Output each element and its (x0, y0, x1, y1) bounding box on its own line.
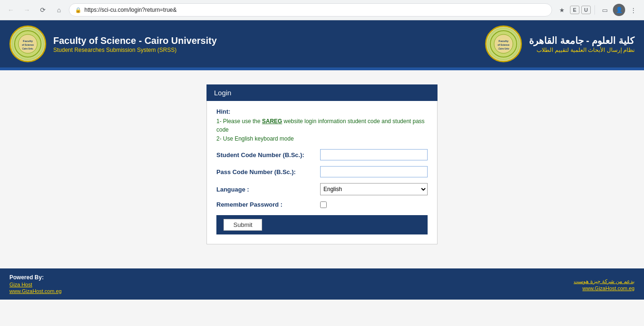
site-subtitle-ar: نظام إرسال الأبحاث العلمية لتقييم الطلاب (529, 47, 635, 53)
login-title: Login (214, 89, 231, 97)
menu-button[interactable]: ⋮ (627, 4, 639, 16)
remember-row: Remember Password : (216, 201, 428, 208)
svg-text:of Science: of Science (498, 43, 510, 46)
header-text-right: كلية العلوم - جامعة القاهرة نظام إرسال ا… (529, 34, 635, 53)
pass-code-input[interactable] (320, 166, 428, 177)
svg-text:Cairo Univ.: Cairo Univ. (22, 48, 33, 50)
grey-area (0, 300, 644, 326)
svg-text:of Science: of Science (22, 43, 33, 46)
home-button[interactable]: ⌂ (53, 4, 65, 16)
page-wrapper: Faculty of Science Cairo Univ. Faculty o… (0, 20, 644, 326)
student-code-label: Student Code Number (B.Sc.): (216, 151, 320, 159)
profile-button[interactable]: 👤 (613, 4, 625, 16)
header-text-left: Faculty of Science - Cairo University St… (53, 34, 217, 53)
logo-right-inner: Faculty of Science Cairo Univ. (487, 27, 520, 60)
powered-by-text: Powered By: (9, 274, 44, 281)
login-body: Hint: 1- Please use the SAREG website lo… (206, 101, 438, 244)
address-bar[interactable]: 🔒 https://sci-cu.com/login?return=true& (69, 3, 552, 17)
student-code-input[interactable] (320, 149, 428, 160)
remember-label: Remember Password : (216, 201, 320, 208)
browser-chrome: ← → ⟳ ⌂ 🔒 https://sci-cu.com/login?retur… (0, 0, 644, 20)
submit-button[interactable]: Submit (223, 219, 262, 231)
browser-toolbar: ← → ⟳ ⌂ 🔒 https://sci-cu.com/login?retur… (0, 0, 644, 20)
refresh-button[interactable]: ⟳ (37, 4, 49, 16)
back-button[interactable]: ← (5, 4, 17, 16)
submit-bar: Submit (216, 215, 428, 234)
footer-powered-by: Powered By: Giza Host (9, 274, 62, 287)
svg-text:Faculty: Faculty (23, 40, 33, 42)
footer-right: بدعم من شركة جيزة هوست www.GizaHost.com.… (574, 277, 635, 291)
extension-u-button[interactable]: U (581, 6, 591, 14)
logo-left: Faculty of Science Cairo Univ. (9, 25, 46, 62)
url-display: https://sci-cu.com/login?return=true& (84, 7, 546, 13)
site-footer: Powered By: Giza Host www.GizaHost.com.e… (0, 268, 644, 300)
header-left: Faculty of Science Cairo Univ. Faculty o… (9, 25, 217, 62)
logo-right: Faculty of Science Cairo Univ. (485, 25, 522, 62)
footer-left: Powered By: Giza Host www.GizaHost.com.e… (9, 274, 62, 294)
toolbar-divider (594, 5, 595, 15)
giza-host-link[interactable]: Giza Host (9, 282, 62, 287)
language-label: Language : (216, 186, 320, 193)
extension-e-button[interactable]: E (570, 6, 579, 14)
site-title-en: Faculty of Science - Cairo University (53, 34, 217, 47)
hint-text-1: 1- Please use the SAREG website login in… (216, 117, 428, 134)
main-content: Login Hint: 1- Please use the SAREG webs… (0, 70, 644, 268)
toolbar-right: ★ E U ▭ 👤 ⋮ (556, 4, 639, 16)
language-select[interactable]: English Arabic (320, 183, 428, 195)
logo-left-inner: Faculty of Science Cairo Univ. (11, 27, 44, 60)
student-code-row: Student Code Number (B.Sc.): (216, 149, 428, 160)
site-subtitle-en: Student Researches Submission System (SR… (53, 47, 217, 53)
hint-label: Hint: (216, 108, 428, 115)
site-header: Faculty of Science Cairo Univ. Faculty o… (0, 20, 644, 67)
svg-text:Cairo Univ.: Cairo Univ. (498, 48, 509, 50)
pass-code-label: Pass Code Number (B.Sc.): (216, 168, 320, 176)
remember-checkbox[interactable] (320, 201, 327, 208)
giza-url-link[interactable]: www.GizaHost.com.eg (9, 288, 62, 294)
hint-text-2: 2- Use English keyboard mode (216, 135, 428, 142)
login-box: Login Hint: 1- Please use the SAREG webs… (206, 84, 438, 254)
header-right: كلية العلوم - جامعة القاهرة نظام إرسال ا… (485, 25, 635, 62)
svg-text:Faculty: Faculty (499, 40, 509, 42)
site-title-ar: كلية العلوم - جامعة القاهرة (529, 34, 635, 47)
forward-button[interactable]: → (21, 4, 33, 16)
lock-icon: 🔒 (75, 7, 82, 13)
giza-host-link-ar[interactable]: بدعم من شركة جيزة هوست (574, 278, 635, 284)
bookmark-button[interactable]: ★ (556, 4, 568, 16)
cast-button[interactable]: ▭ (599, 4, 611, 16)
sareg-link[interactable]: SAREG (262, 118, 282, 125)
footer-powered-by-ar: بدعم من شركة جيزة هوست (574, 278, 635, 284)
login-title-bar: Login (206, 84, 438, 101)
pass-code-row: Pass Code Number (B.Sc.): (216, 166, 428, 177)
language-row: Language : English Arabic (216, 183, 428, 195)
giza-url-link-ar[interactable]: www.GizaHost.com.eg (574, 285, 635, 291)
